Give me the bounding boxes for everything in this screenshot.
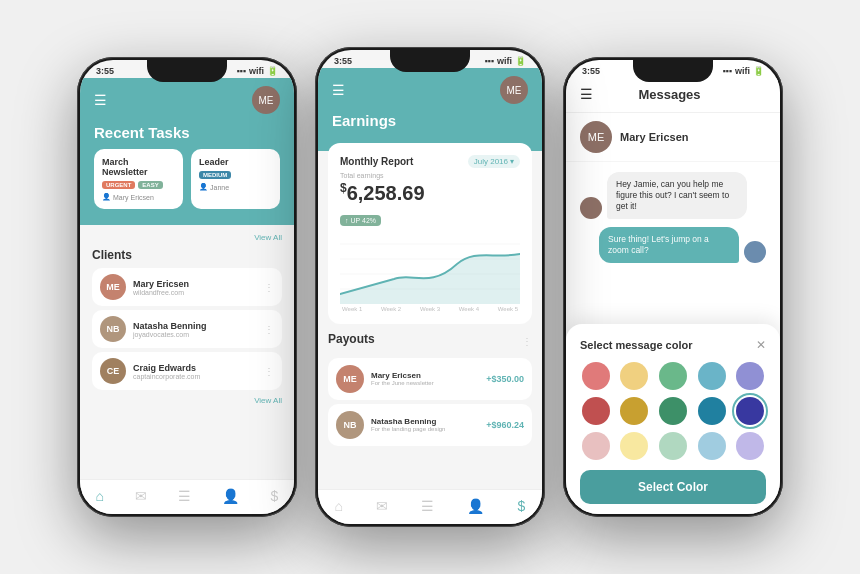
earnings-title: Earnings [332, 112, 528, 129]
payouts-more[interactable]: ⋮ [522, 336, 532, 347]
color-dot-13[interactable] [698, 432, 726, 460]
nav-home-2[interactable]: ⌂ [335, 498, 343, 514]
up-badge: ↑ UP 42% [340, 215, 381, 226]
notch [147, 60, 227, 82]
client-info-1: Mary Ericsen wildandfree.com [133, 279, 257, 296]
nav-mail-2[interactable]: ✉ [376, 498, 388, 514]
select-color-button[interactable]: Select Color [580, 470, 766, 504]
payout-item-1[interactable]: ME Mary Ericsen For the June newsletter … [328, 358, 532, 400]
color-dot-8[interactable] [698, 397, 726, 425]
bottom-nav-1: ⌂ ✉ ☰ 👤 $ [80, 479, 294, 514]
nav-dollar-2[interactable]: $ [518, 498, 526, 514]
task-user-1: 👤 Mary Ericsen [102, 193, 175, 201]
bubble-2: Sure thing! Let's jump on a zoom call? [599, 227, 739, 263]
badge-urgent: URGENT [102, 181, 135, 189]
close-button[interactable]: ✕ [756, 338, 766, 352]
menu-icon[interactable]: ☰ [94, 92, 107, 108]
client-avatar-2: NB [100, 316, 126, 342]
color-dot-3[interactable] [698, 362, 726, 390]
task-title-1: March Newsletter [102, 157, 175, 177]
client-domain-3: captaincorporate.com [133, 373, 257, 380]
message-2: Sure thing! Let's jump on a zoom call? [580, 227, 766, 263]
client-item-3[interactable]: CE Craig Edwards captaincorporate.com ⋮ [92, 352, 282, 390]
person-icon: 👤 [102, 193, 111, 201]
badge-easy: EASY [138, 181, 162, 189]
task-badges-2: MEDIUM [199, 171, 272, 179]
phone-messages: 3:55 ▪▪▪ wifi 🔋 ☰ Messages ME Mary Erics… [563, 57, 783, 517]
tasks-body: View All Clients ME Mary Ericsen wildand… [80, 225, 294, 419]
payout-amount-1: +$350.00 [486, 374, 524, 384]
task-user-name-2: Janne [210, 184, 229, 191]
notch-2 [390, 50, 470, 72]
client-info-2: Natasha Benning joyadvocates.com [133, 321, 257, 338]
task-card-2[interactable]: Leader MEDIUM 👤 Janne [191, 149, 280, 209]
msg-avatar-2 [744, 241, 766, 263]
panel-title: Select message color [580, 339, 693, 351]
color-dot-2[interactable] [659, 362, 687, 390]
menu-icon-2[interactable]: ☰ [332, 82, 345, 98]
color-dot-5[interactable] [582, 397, 610, 425]
msg-avatar-1 [580, 197, 602, 219]
color-dot-12[interactable] [659, 432, 687, 460]
client-more-3[interactable]: ⋮ [264, 366, 274, 377]
month-badge[interactable]: July 2016 ▾ [468, 155, 520, 168]
arrow-up-icon: ↑ [345, 217, 349, 224]
color-dot-14[interactable] [736, 432, 764, 460]
color-dot-6[interactable] [620, 397, 648, 425]
nav-home[interactable]: ⌂ [96, 488, 104, 504]
signal-icon: ▪▪▪ [236, 66, 246, 76]
week-1: Week 1 [342, 306, 362, 312]
time-2: 3:55 [334, 56, 352, 66]
week-3: Week 3 [420, 306, 440, 312]
client-item-2[interactable]: NB Natasha Benning joyadvocates.com ⋮ [92, 310, 282, 348]
client-avatar-1: ME [100, 274, 126, 300]
task-title-2: Leader [199, 157, 272, 167]
payout-desc-1: For the June newsletter [371, 380, 479, 386]
color-dot-7[interactable] [659, 397, 687, 425]
earnings-label: Total earnings [340, 172, 520, 179]
client-info-3: Craig Edwards captaincorporate.com [133, 363, 257, 380]
nav-person-2[interactable]: 👤 [467, 498, 484, 514]
color-dot-1[interactable] [620, 362, 648, 390]
week-labels: Week 1 Week 2 Week 3 Week 4 Week 5 [340, 306, 520, 312]
color-picker-panel: Select message color ✕ Select Color [566, 324, 780, 514]
color-dot-11[interactable] [620, 432, 648, 460]
messages-area: Hey Jamie, can you help me figure this o… [566, 162, 780, 281]
nav-mail[interactable]: ✉ [135, 488, 147, 504]
view-all-clients[interactable]: View All [92, 396, 282, 405]
view-all-tasks[interactable]: View All [92, 233, 282, 242]
month-label: July 2016 [474, 157, 508, 166]
client-item-1[interactable]: ME Mary Ericsen wildandfree.com ⋮ [92, 268, 282, 306]
menu-icon-3[interactable]: ☰ [580, 86, 593, 102]
tasks-header: ☰ ME Recent Tasks March Newsletter URGEN… [80, 78, 294, 225]
messages-header: ☰ Messages [566, 78, 780, 113]
color-dot-10[interactable] [582, 432, 610, 460]
color-dot-4[interactable] [736, 362, 764, 390]
battery-icon-3: 🔋 [753, 66, 764, 76]
payout-name-2: Natasha Benning [371, 417, 479, 426]
task-card-1[interactable]: March Newsletter URGENT EASY 👤 Mary Eric… [94, 149, 183, 209]
nav-list[interactable]: ☰ [178, 488, 191, 504]
earnings-amount: $6,258.69 [340, 181, 520, 205]
week-5: Week 5 [498, 306, 518, 312]
scene: 3:55 ▪▪▪ wifi 🔋 ☰ ME Recent Tasks March … [57, 27, 803, 547]
client-more-2[interactable]: ⋮ [264, 324, 274, 335]
contact-row[interactable]: ME Mary Ericsen [566, 113, 780, 162]
task-user-2: 👤 Janne [199, 183, 272, 191]
monthly-report-title: Monthly Report [340, 156, 413, 167]
client-list: ME Mary Ericsen wildandfree.com ⋮ NB Nat… [92, 268, 282, 390]
status-icons-2: ▪▪▪ wifi 🔋 [484, 56, 526, 66]
nav-dollar[interactable]: $ [271, 488, 279, 504]
week-2: Week 2 [381, 306, 401, 312]
week-4: Week 4 [459, 306, 479, 312]
nav-list-2[interactable]: ☰ [421, 498, 434, 514]
color-dot-9[interactable] [736, 397, 764, 425]
signal-icon-3: ▪▪▪ [722, 66, 732, 76]
nav-person[interactable]: 👤 [222, 488, 239, 504]
wifi-icon: wifi [249, 66, 264, 76]
color-dot-0[interactable] [582, 362, 610, 390]
user-avatar-2: ME [500, 76, 528, 104]
client-more-1[interactable]: ⋮ [264, 282, 274, 293]
payout-item-2[interactable]: NB Natasha Benning For the landing page … [328, 404, 532, 446]
time-3: 3:55 [582, 66, 600, 76]
